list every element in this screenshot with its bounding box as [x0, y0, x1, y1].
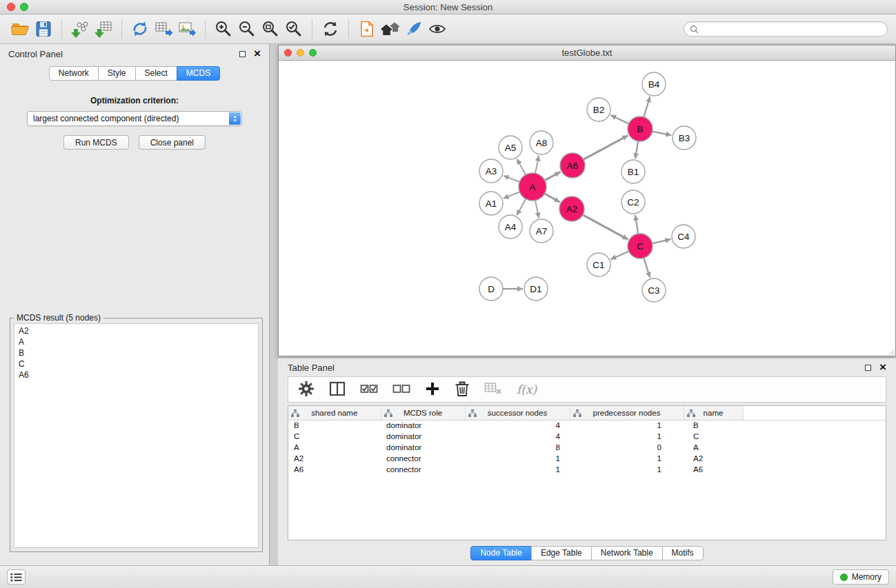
edge-A-A6[interactable] [545, 172, 561, 180]
table-row[interactable]: A6connector11A6 [288, 464, 886, 475]
save-session-button[interactable] [32, 18, 55, 40]
search-input[interactable] [702, 24, 882, 34]
unselect-all-button[interactable] [392, 382, 410, 398]
table-cell[interactable]: dominator [381, 420, 465, 431]
task-history-button[interactable] [7, 569, 26, 585]
table-cell[interactable]: B [288, 420, 381, 431]
dropdown-stepper-icon[interactable]: ▲▼ [229, 112, 241, 125]
zoom-fit-button[interactable] [259, 18, 282, 40]
zoom-selected-button[interactable] [282, 18, 306, 40]
node-A[interactable]: A [519, 173, 546, 201]
zoom-window-button[interactable] [20, 3, 28, 11]
run-mcds-button[interactable]: Run MCDS [63, 135, 129, 150]
edge-A6-B[interactable] [584, 136, 628, 160]
table-tab-node-table[interactable]: Node Table [470, 546, 532, 560]
table-row[interactable]: Adominator80A [288, 442, 886, 453]
table-row[interactable]: Bdominator41B [288, 420, 886, 431]
home-button[interactable] [379, 18, 402, 40]
table-cell[interactable]: 4 [465, 431, 570, 442]
tab-style[interactable]: Style [98, 66, 136, 81]
table-cell[interactable]: C [288, 431, 381, 442]
network-graph[interactable]: B4B2BB3A8A5A6B1A3AC2A1A2A4A7C4CC1C3DD1 [279, 61, 895, 356]
edge-B-B4[interactable] [644, 97, 650, 117]
network-canvas[interactable]: B4B2BB3A8A5A6B1A3AC2A1A2A4A7C4CC1C3DD1 [279, 61, 895, 356]
table-cell[interactable]: 4 [465, 420, 570, 431]
node-C[interactable]: C [628, 234, 653, 258]
table-settings-button[interactable] [298, 381, 315, 399]
open-file-button[interactable] [8, 18, 32, 40]
export-image-button[interactable] [175, 18, 199, 40]
table-tab-network-table[interactable]: Network Table [591, 546, 663, 560]
node-B[interactable]: B [628, 116, 653, 141]
column-header-mcds-role[interactable]: MCDS role [381, 406, 465, 420]
column-header-name[interactable]: name [684, 406, 743, 420]
table-cell[interactable]: 1 [570, 431, 684, 442]
close-panel-icon[interactable]: × [254, 49, 261, 59]
table-cell[interactable]: 1 [570, 420, 684, 431]
table-cell[interactable]: dominator [381, 442, 465, 453]
edge-A-A2[interactable] [544, 194, 559, 202]
node-B3[interactable]: B3 [673, 126, 696, 150]
node-A8[interactable]: A8 [530, 131, 553, 154]
edge-A-A3[interactable] [504, 176, 520, 182]
export-network-button[interactable] [128, 18, 152, 40]
column-header-shared-name[interactable]: shared name [288, 406, 381, 420]
table-cell[interactable]: 1 [465, 464, 570, 475]
float-panel-icon[interactable] [239, 51, 246, 57]
zoom-out-button[interactable] [235, 18, 259, 40]
zoom-in-button[interactable] [212, 18, 235, 40]
table-tab-motifs[interactable]: Motifs [662, 546, 704, 560]
node-C2[interactable]: C2 [621, 190, 645, 214]
column-header-predecessor-nodes[interactable]: predecessor nodes [570, 406, 684, 420]
edge-C-C1[interactable] [610, 251, 628, 259]
table-cell[interactable]: A2 [684, 453, 743, 464]
table-cell[interactable]: A [288, 442, 381, 453]
show-column-button[interactable] [329, 381, 346, 399]
mcds-result-item[interactable]: A6 [14, 369, 258, 381]
edge-A-A1[interactable] [504, 192, 520, 199]
table-cell[interactable]: 1 [465, 453, 570, 464]
export-table-button[interactable] [152, 18, 175, 40]
add-row-button[interactable] [425, 381, 440, 398]
memory-button[interactable]: Memory [833, 569, 889, 585]
node-A2[interactable]: A2 [559, 196, 584, 221]
table-row[interactable]: Cdominator41C [288, 431, 886, 442]
node-D[interactable]: D [479, 277, 503, 301]
select-all-button[interactable] [360, 382, 378, 398]
network-window-titlebar[interactable]: testGlobe.txt [279, 45, 895, 61]
node-A1[interactable]: A1 [479, 192, 503, 215]
table-cell[interactable]: dominator [381, 431, 465, 442]
node-A3[interactable]: A3 [479, 159, 503, 183]
mcds-result-item[interactable]: A2 [14, 325, 258, 336]
edge-A-A7[interactable] [535, 201, 539, 219]
edge-A2-C[interactable] [583, 215, 628, 240]
table-cell[interactable]: A2 [288, 453, 381, 464]
delete-row-button[interactable] [455, 381, 470, 399]
node-B4[interactable]: B4 [642, 72, 666, 96]
edge-B-B1[interactable] [635, 141, 638, 159]
refresh-view-button[interactable] [319, 18, 342, 40]
close-window-button[interactable] [7, 3, 15, 11]
node-C3[interactable]: C3 [642, 278, 666, 302]
edge-B-B2[interactable] [610, 115, 628, 123]
close-table-panel-icon[interactable]: × [879, 363, 886, 372]
edge-C-C3[interactable] [644, 258, 650, 278]
mcds-result-item[interactable]: B [14, 347, 258, 358]
float-table-panel-icon[interactable] [865, 365, 871, 371]
minimize-network-window-button[interactable] [297, 49, 304, 57]
node-D1[interactable]: D1 [524, 277, 548, 301]
node-A5[interactable]: A5 [499, 136, 522, 159]
document-button[interactable] [355, 18, 379, 40]
mcds-result-list[interactable]: A2ABCA6 [14, 323, 259, 548]
edge-C-C2[interactable] [635, 215, 638, 234]
edge-A-A5[interactable] [517, 159, 526, 175]
table-cell[interactable]: C [684, 431, 743, 442]
edge-C-C4[interactable] [653, 239, 671, 243]
node-B1[interactable]: B1 [621, 160, 645, 183]
import-table-button[interactable] [92, 18, 115, 40]
table-cell[interactable]: 1 [570, 453, 684, 464]
edge-A-A4[interactable] [517, 199, 526, 216]
import-network-button[interactable] [68, 18, 92, 40]
tab-select[interactable]: Select [135, 66, 177, 81]
column-header-successor-nodes[interactable]: successor nodes [465, 406, 570, 420]
